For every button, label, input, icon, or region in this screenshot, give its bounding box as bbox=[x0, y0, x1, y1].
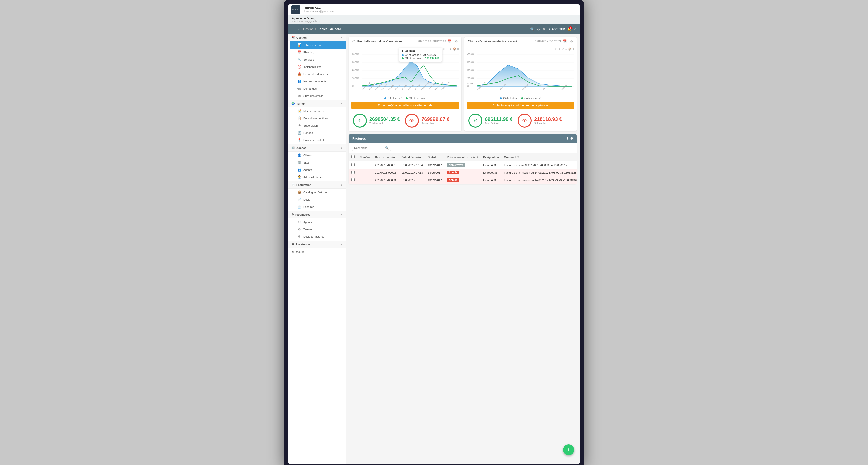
sidebar-section-parametres-header[interactable]: ⚙ Paramètres ▲ bbox=[288, 211, 346, 219]
sidebar-item-param-agence[interactable]: ⚙ Agence bbox=[290, 219, 346, 226]
fab-add-button[interactable]: + bbox=[563, 444, 574, 456]
menu-dots-icon[interactable]: ⋮ bbox=[573, 8, 577, 12]
row-actions-icon[interactable]: ⋮ bbox=[360, 171, 363, 174]
user-email: lewebfrancais@gmail.com bbox=[304, 10, 571, 13]
pan-icon[interactable]: ⤢ bbox=[446, 47, 448, 51]
hamburger-icon[interactable]: ☰ bbox=[292, 27, 296, 31]
sidebar-item-heures-agents[interactable]: 👥 Heures des agents bbox=[290, 78, 346, 85]
sidebar-section-gestion-header[interactable]: 📅 Gestion ▲ bbox=[288, 34, 346, 41]
sidebar-item-points-controle[interactable]: 📍 Points de contrôle bbox=[290, 136, 346, 144]
laptop-screen: SEKUR SEKUR Démo lewebfrancais@gmail.com… bbox=[284, 0, 584, 465]
home-right-icon[interactable]: 🏠 bbox=[568, 47, 571, 51]
admin-icon: 👨‍💼 bbox=[298, 175, 302, 179]
factures-search-input[interactable] bbox=[354, 146, 384, 150]
help-icon[interactable]: ? bbox=[574, 27, 576, 31]
sidebar-item-devis-factures[interactable]: ⚙ Devis & Factures bbox=[290, 233, 346, 240]
breadcrumb-parent[interactable]: Gestion bbox=[303, 28, 313, 31]
row-actions-icon[interactable]: ⋮ bbox=[360, 178, 363, 181]
sidebar-reduce-button[interactable]: ◀ Réduire bbox=[288, 248, 346, 256]
row-checkbox[interactable] bbox=[351, 171, 355, 174]
zoom-out-right-icon[interactable]: ⊖ bbox=[555, 47, 557, 51]
list-right-icon[interactable]: ≡ bbox=[572, 47, 574, 51]
sidebar-item-label: Administrateurs bbox=[303, 176, 322, 179]
sidebar-item-bons-interventions[interactable]: 📋 Bons d'interventions bbox=[290, 115, 346, 122]
td-statut: Annulé bbox=[444, 176, 480, 184]
calendar-left-icon[interactable]: 📅 bbox=[447, 39, 451, 43]
card-right-settings-icon[interactable]: ⚙ bbox=[570, 39, 573, 43]
sidebar-item-catalogue[interactable]: 📦 Catalogue d'articles bbox=[290, 189, 346, 196]
sidebar-platform-header[interactable]: 🖥 Plateforme ▼ bbox=[288, 241, 346, 248]
search-icon[interactable]: 🔍 bbox=[385, 146, 389, 150]
monitor-icon: 🖥 bbox=[291, 243, 294, 246]
sidebar-item-label: Sites bbox=[303, 161, 309, 164]
sidebar-item-export-donnees[interactable]: 📤 Export des données bbox=[290, 70, 346, 78]
legend-dot-facture-right bbox=[500, 98, 502, 100]
td-actions: ⋮ bbox=[357, 161, 373, 169]
td-date-creation: 13/09/2017 bbox=[399, 176, 426, 184]
factures-export-icon[interactable]: ⬇ bbox=[566, 137, 568, 140]
sidebar-item-administrateurs[interactable]: 👨‍💼 Administrateurs bbox=[290, 173, 346, 181]
chart-left-controls: ⊖ ⊕ ⤢ ⬇ 🏠 ≡ bbox=[351, 47, 459, 51]
view-icon[interactable]: 🏠 bbox=[453, 47, 456, 51]
notification-bell[interactable]: 🔔 2 bbox=[567, 28, 571, 31]
agence-icon: 🏢 bbox=[291, 146, 295, 150]
sidebar-item-label: Indisponibilités bbox=[303, 66, 321, 68]
svg-text:600 000€: 600 000€ bbox=[352, 61, 359, 64]
sidebar-section-agence: 🏢 Agence ▲ 👤 Clients 🏢 bbox=[288, 144, 346, 181]
sidebar-item-demandes[interactable]: 💬 Demandes bbox=[290, 85, 346, 92]
back-icon[interactable]: ← bbox=[298, 27, 301, 31]
row-actions-icon[interactable]: ⋮ bbox=[360, 164, 363, 166]
table-row: ⋮ 20170913-00001 13/09/2017 17:04 13/09/… bbox=[349, 161, 577, 169]
sidebar-item-tableau-de-bord[interactable]: 📊 Tableau de bord bbox=[290, 41, 346, 49]
chevron-facturation-icon: ▲ bbox=[340, 184, 343, 186]
sidebar-item-factures[interactable]: 🧾 Factures bbox=[290, 203, 346, 210]
search-icon[interactable]: 🔍 bbox=[530, 27, 534, 31]
zoom-in-icon[interactable]: ⊕ bbox=[443, 47, 445, 51]
sidebar-item-mains-courantes[interactable]: 📝 Mains courantes bbox=[290, 107, 346, 115]
sidebar-item-supervision[interactable]: 👁 Supervision bbox=[290, 122, 346, 129]
parametres-icon: ⚙ bbox=[291, 213, 294, 216]
td-designation: Facture de la mission du 14/09/2017 N°98… bbox=[501, 176, 577, 184]
sidebar-item-rondes[interactable]: 🔄 Rondes bbox=[290, 129, 346, 136]
agency-name: Agence de l'étang bbox=[292, 17, 576, 20]
download-icon[interactable]: ⬇ bbox=[450, 47, 452, 51]
sidebar-section-agence-header[interactable]: 🏢 Agence ▲ bbox=[288, 144, 346, 152]
select-all-checkbox[interactable] bbox=[351, 155, 355, 159]
sidebar-section-facturation-header[interactable]: 📄 Facturation ▲ bbox=[288, 181, 346, 189]
profile-icon[interactable]: ✕ bbox=[542, 27, 546, 31]
card-left-chart-area: ⊖ ⊕ ⤢ ⬇ 🏠 ≡ 800 000€ bbox=[349, 46, 461, 96]
sidebar-item-planning[interactable]: 📅 Planning bbox=[290, 49, 346, 56]
zoom-out-icon[interactable]: ⊖ bbox=[440, 47, 442, 51]
list-icon[interactable]: ≡ bbox=[457, 47, 459, 51]
breadcrumb-sep: > bbox=[315, 28, 317, 31]
sidebar-item-clients[interactable]: 👤 Clients bbox=[290, 152, 346, 159]
sidebar-item-devis[interactable]: 📄 Devis bbox=[290, 196, 346, 203]
download-right-icon[interactable]: ⬇ bbox=[565, 47, 567, 51]
pan-right-icon[interactable]: ⤢ bbox=[562, 47, 564, 51]
sidebar-item-indisponibilites[interactable]: 🚫 Indisponibilités bbox=[290, 63, 346, 70]
sidebar-section-terrain-header[interactable]: 🌍 Terrain ▲ bbox=[288, 100, 346, 107]
sidebar-item-services[interactable]: 🔧 Services bbox=[290, 56, 346, 63]
row-checkbox[interactable] bbox=[351, 163, 355, 166]
sidebar-item-param-terrain[interactable]: ⚙ Terrain bbox=[290, 226, 346, 233]
row-checkbox[interactable] bbox=[351, 178, 355, 181]
factures-section: Factures ⬇ ⚙ 🔍 bbox=[349, 134, 577, 184]
heures-icon: 👥 bbox=[298, 79, 302, 83]
legend-encaisse-label: CA ht encaissé bbox=[409, 97, 426, 100]
legend-facture-label-right: CA ht facturé bbox=[503, 97, 518, 100]
td-checkbox bbox=[349, 161, 357, 169]
points-icon: 📍 bbox=[298, 138, 302, 142]
card-left-settings-icon[interactable]: ⚙ bbox=[455, 39, 458, 43]
sidebar-item-agents[interactable]: 👥 Agents bbox=[290, 166, 346, 173]
calendar-right-icon[interactable]: 📅 bbox=[563, 39, 566, 43]
agence-label: Agence bbox=[297, 146, 306, 150]
factures-settings-icon[interactable]: ⚙ bbox=[570, 137, 573, 140]
sidebar-item-sites[interactable]: 🏢 Sites bbox=[290, 159, 346, 166]
user-name: SEKUR Démo bbox=[304, 7, 571, 10]
svg-text:180 000€: 180 000€ bbox=[467, 77, 474, 79]
zoom-in-right-icon[interactable]: ⊕ bbox=[558, 47, 561, 51]
add-button[interactable]: ＋ AJOUTER bbox=[548, 28, 565, 31]
settings-icon[interactable]: ⚙ bbox=[537, 27, 540, 31]
td-numero: 20170913-00003 bbox=[373, 176, 399, 184]
sidebar-item-suivi-emails[interactable]: ✉ Suivi des emails bbox=[290, 92, 346, 100]
